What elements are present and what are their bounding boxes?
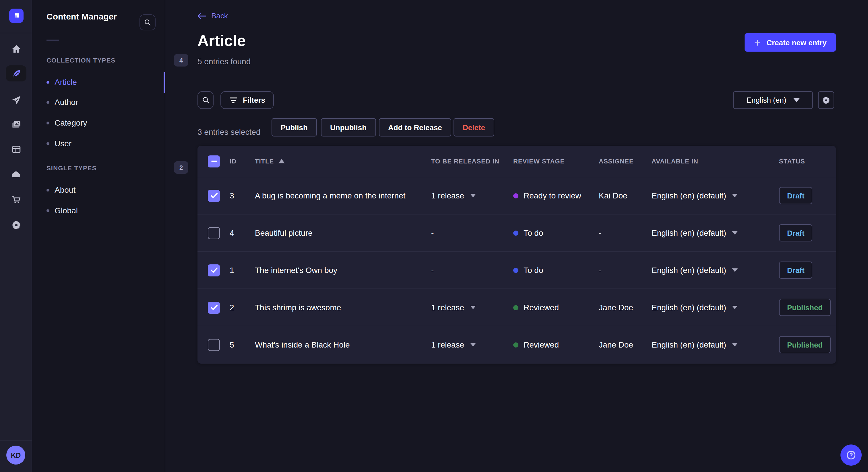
user-avatar[interactable]: KD bbox=[6, 446, 25, 465]
column-status[interactable]: STATUS bbox=[779, 158, 836, 165]
table-row[interactable]: 2 This shrimp is awesome 1 release Revie… bbox=[197, 289, 836, 326]
cell-review-stage: Reviewed bbox=[513, 340, 599, 349]
publish-button[interactable]: Publish bbox=[272, 118, 317, 136]
cell-title: What's inside a Black Hole bbox=[255, 340, 431, 349]
row-checkbox[interactable] bbox=[208, 264, 220, 276]
cell-available-in[interactable]: English (en) (default) bbox=[652, 191, 779, 200]
gear-icon bbox=[822, 96, 831, 105]
locale-select[interactable]: English (en) bbox=[733, 91, 813, 109]
sidebar-item-about[interactable]: About bbox=[46, 183, 161, 196]
sidebar-item-user[interactable]: User bbox=[46, 137, 161, 150]
cell-review-stage: To do bbox=[513, 228, 599, 237]
row-checkbox[interactable] bbox=[208, 339, 220, 351]
strapi-logo[interactable] bbox=[9, 9, 24, 23]
search-button[interactable] bbox=[197, 91, 214, 109]
main-nav-rail: KD bbox=[0, 0, 32, 472]
arrow-left-icon bbox=[197, 12, 206, 19]
column-available-in[interactable]: AVAILABLE IN bbox=[652, 158, 779, 165]
back-link[interactable]: Back bbox=[197, 11, 228, 20]
check-icon bbox=[210, 305, 217, 310]
cell-review-stage: Reviewed bbox=[513, 303, 599, 312]
subnav-title: Content Manager bbox=[46, 11, 117, 21]
column-review-stage[interactable]: REVIEW STAGE bbox=[513, 158, 599, 165]
column-id[interactable]: ID bbox=[229, 158, 255, 165]
sidebar-item-author[interactable]: Author bbox=[46, 96, 161, 108]
releases-icon[interactable] bbox=[0, 90, 32, 109]
cell-assignee: Kai Doe bbox=[599, 191, 652, 200]
cell-assignee: Jane Doe bbox=[599, 303, 652, 312]
cell-release[interactable]: 1 release bbox=[431, 191, 513, 200]
subnav-search-button[interactable] bbox=[140, 14, 156, 30]
status-badge: Draft bbox=[779, 262, 813, 279]
settings-icon[interactable] bbox=[0, 215, 32, 235]
cell-id: 3 bbox=[229, 191, 255, 200]
stage-dot bbox=[513, 230, 518, 235]
unpublish-button[interactable]: Unpublish bbox=[321, 118, 376, 136]
cell-release[interactable]: - bbox=[431, 266, 513, 275]
content-type-builder-icon[interactable] bbox=[0, 139, 32, 159]
row-checkbox[interactable] bbox=[208, 190, 220, 202]
search-icon bbox=[201, 96, 210, 104]
column-assignee[interactable]: ASSIGNEE bbox=[599, 158, 652, 165]
sidebar-item-category[interactable]: Category bbox=[46, 116, 161, 129]
sidebar-item-global[interactable]: Global bbox=[46, 204, 161, 217]
app: KD Content Manager COLLECTION TYPES 4 Ar… bbox=[0, 0, 868, 472]
cloud-icon[interactable] bbox=[0, 165, 32, 184]
cell-available-in[interactable]: English (en) (default) bbox=[652, 228, 779, 237]
main-content: Back Article 5 entries found Create new … bbox=[165, 0, 868, 472]
divider bbox=[0, 440, 32, 441]
list-settings-button[interactable] bbox=[818, 91, 834, 109]
cell-status: Draft bbox=[779, 262, 836, 279]
media-library-icon[interactable] bbox=[0, 115, 32, 134]
table-row[interactable]: 3 A bug is becoming a meme on the intern… bbox=[197, 177, 836, 214]
row-checkbox[interactable] bbox=[208, 227, 220, 239]
check-icon bbox=[210, 267, 217, 273]
chevron-down-icon bbox=[793, 98, 799, 102]
cell-status: Published bbox=[779, 299, 836, 316]
column-to-be-released-in[interactable]: TO BE RELEASED IN bbox=[431, 158, 513, 165]
divider bbox=[46, 40, 59, 41]
filter-icon bbox=[229, 97, 238, 103]
stage-dot bbox=[513, 305, 518, 310]
chevron-down-icon bbox=[732, 231, 738, 235]
create-new-entry-button[interactable]: Create new entry bbox=[745, 33, 836, 52]
cell-assignee: - bbox=[599, 266, 652, 275]
cell-id: 4 bbox=[229, 228, 255, 237]
help-button[interactable] bbox=[840, 444, 862, 466]
marketplace-icon[interactable] bbox=[0, 190, 32, 209]
delete-button[interactable]: Delete bbox=[454, 118, 494, 136]
sidebar-item-article[interactable]: Article bbox=[46, 76, 161, 88]
chevron-down-icon bbox=[732, 306, 738, 309]
section-single-types: SINGLE TYPES bbox=[46, 165, 97, 171]
status-badge: Draft bbox=[779, 224, 813, 241]
table-row[interactable]: 5 What's inside a Black Hole 1 release R… bbox=[197, 326, 836, 363]
cell-title: This shrimp is awesome bbox=[255, 303, 431, 312]
chevron-down-icon bbox=[470, 194, 476, 197]
row-checkbox[interactable] bbox=[208, 301, 220, 313]
cell-title: Beautiful picture bbox=[255, 228, 431, 237]
cell-id: 5 bbox=[229, 340, 255, 349]
cell-release[interactable]: 1 release bbox=[431, 340, 513, 349]
cell-release[interactable]: - bbox=[431, 228, 513, 237]
cell-available-in[interactable]: English (en) (default) bbox=[652, 340, 779, 349]
content-manager-subnav: Content Manager COLLECTION TYPES 4 Artic… bbox=[32, 0, 165, 472]
status-badge: Draft bbox=[779, 187, 813, 204]
cell-available-in[interactable]: English (en) (default) bbox=[652, 303, 779, 312]
stage-dot bbox=[513, 342, 518, 347]
stage-dot bbox=[513, 268, 518, 273]
cell-title: A bug is becoming a meme on the internet bbox=[255, 191, 431, 200]
stage-dot bbox=[513, 193, 518, 198]
column-title[interactable]: TITLE bbox=[255, 158, 431, 165]
select-all-checkbox[interactable] bbox=[208, 155, 220, 167]
table-row[interactable]: 4 Beautiful picture - To do - English (e… bbox=[197, 214, 836, 251]
table-row[interactable]: 1 The internet's Own boy - To do - Engli… bbox=[197, 251, 836, 289]
cell-status: Draft bbox=[779, 224, 836, 241]
home-icon[interactable] bbox=[0, 39, 32, 59]
add-to-release-button[interactable]: Add to Release bbox=[379, 118, 451, 136]
chevron-down-icon bbox=[732, 194, 738, 197]
filters-button[interactable]: Filters bbox=[220, 91, 274, 109]
content-manager-icon[interactable] bbox=[6, 65, 26, 81]
cell-available-in[interactable]: English (en) (default) bbox=[652, 266, 779, 275]
cell-status: Published bbox=[779, 336, 836, 353]
cell-release[interactable]: 1 release bbox=[431, 303, 513, 312]
